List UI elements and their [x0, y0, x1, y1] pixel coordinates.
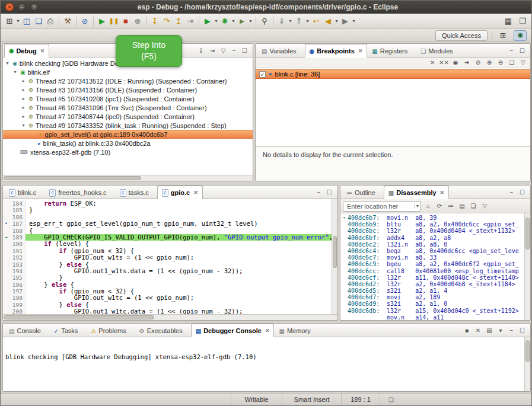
scrollbar-thumb[interactable]	[525, 218, 530, 250]
editor-horizontal-scrollbar[interactable]	[3, 314, 337, 320]
run-icon[interactable]: ▶	[202, 15, 214, 28]
save-all-icon[interactable]: ❏	[33, 15, 44, 28]
console-tab[interactable]: ⚠ Problems	[86, 324, 134, 337]
next-annotation-icon[interactable]: ⇓	[276, 15, 288, 28]
minimize-icon[interactable]: −	[314, 189, 323, 196]
step-into-icon[interactable]: ↧	[149, 15, 161, 28]
view-tab[interactable]: ▦ Registers	[367, 44, 416, 57]
disassembly-row[interactable]: 400dc6c9: bgeu a8, a2, 0x400dc6f2 <gpio_…	[340, 261, 524, 267]
minimize-icon[interactable]: −	[230, 47, 238, 54]
instruction-stepping-icon[interactable]: ⇥	[184, 15, 196, 28]
view-tab[interactable]: ≔ Outline	[342, 186, 384, 199]
back-dropdown-icon[interactable]: ▾	[334, 15, 339, 28]
code-line[interactable]: 184 return ESP_OK;	[3, 200, 332, 207]
previous-annotation-icon[interactable]: ⇑	[293, 15, 305, 28]
tab-close-icon[interactable]: ✕	[193, 190, 198, 196]
editor-tab[interactable]: c freertos_hooks.c	[44, 186, 114, 199]
minimize-icon[interactable]: −	[507, 47, 516, 54]
code-editor[interactable]: 184 return ESP_OK; 185 } 186 • 187 esp_e…	[3, 199, 332, 314]
debug-dropdown-icon[interactable]: ▾	[231, 15, 236, 28]
combo-dropdown-icon[interactable]: ▾	[414, 203, 419, 209]
console-tab[interactable]: ▦ Memory	[274, 324, 318, 337]
open-console-dropdown-icon[interactable]: ▾	[496, 327, 505, 334]
next-annotation-dropdown-icon[interactable]: ▾	[288, 15, 293, 28]
remove-breakpoint-icon[interactable]: ✕	[428, 59, 437, 66]
last-edit-location-icon[interactable]: ↩	[310, 15, 322, 28]
disassembly-row[interactable]: 400dc6bc: l32r a8, 0x400d0404 <_stext+11…	[340, 228, 524, 234]
line-number[interactable]: 195	[9, 274, 26, 281]
window-maximize-button[interactable]: +	[30, 3, 39, 11]
disassembly-listing[interactable]: ➜ 400dc6b7: movi.n a8, 39 400dc6b9: bltu…	[340, 213, 524, 320]
disassembly-row[interactable]: 400dc6db: l32r a15, 0x400d04c0 <_stext+1…	[340, 308, 524, 314]
expand-toggle-icon[interactable]: ▾	[5, 60, 10, 66]
disassembly-row[interactable]: ➜ 400dc6b7: movi.n a8, 39	[340, 215, 524, 221]
minimize-icon[interactable]: −	[507, 189, 516, 196]
open-perspective-icon[interactable]: ⊞	[496, 30, 509, 41]
debug-icon[interactable]: ✺	[219, 15, 231, 28]
window-icon[interactable]: ❐	[517, 15, 528, 28]
line-number[interactable]: 184	[9, 200, 26, 207]
scrollbar-thumb[interactable]	[4, 176, 141, 180]
console-tab[interactable]: ⚙ Executables	[135, 324, 191, 337]
code-line[interactable]: 200 GPIO.out1_w1tc.data = (1 << (gpio_nu…	[3, 308, 332, 314]
tab-close-icon[interactable]: ✕	[440, 190, 445, 196]
line-number[interactable]: 187	[9, 220, 26, 227]
show-source-icon[interactable]: ≔	[446, 203, 455, 209]
debug-tree-row[interactable]: ▸ ⚙ Thread #3 1073413156 (IDLE) (Suspend…	[3, 85, 253, 94]
line-number[interactable]: 189	[9, 234, 26, 241]
expand-toggle-icon[interactable]: ▾	[21, 123, 26, 128]
line-number[interactable]: 200	[9, 308, 26, 314]
expand-all-icon[interactable]: ⊕	[485, 59, 494, 66]
editor-tab[interactable]: c blink.c	[4, 186, 44, 199]
console-tab[interactable]: ✓ Tasks	[49, 324, 87, 337]
disassembly-row[interactable]: 400dc6c7: movi.n a8, 33	[340, 254, 524, 261]
debug-tree-row[interactable]: ▸ ⚙ Thread #6 1073431096 (Tmr Svc) (Susp…	[3, 103, 253, 112]
link-with-debug-view-icon[interactable]: ❏	[507, 59, 517, 66]
code-line[interactable]: 192 GPIO.out_w1ts = (1 << gpio_num);	[3, 254, 332, 261]
expand-toggle-icon[interactable]: ▸	[21, 78, 26, 84]
run-dropdown-icon[interactable]: ▾	[214, 15, 219, 28]
save-icon[interactable]: ◫	[21, 15, 33, 28]
sync-selection-icon[interactable]: ❏	[469, 203, 478, 209]
scrollbar-thumb[interactable]	[333, 236, 337, 268]
view-tab[interactable]: ▤ Variables	[257, 44, 305, 57]
view-tab[interactable]: ❏ Modules	[416, 44, 461, 57]
debug-tree-row[interactable]: ▸ ⚙ Thread #7 1073408744 (ipc0) (Suspend…	[3, 112, 253, 121]
line-number[interactable]: 192	[9, 254, 26, 261]
maximize-icon[interactable]: ☐	[240, 47, 249, 54]
disassembly-row[interactable]: 400dc6d2: l32r a2, 0x400d04b8 <_stext+11…	[340, 281, 524, 287]
forward-dropdown-icon[interactable]: ▾	[351, 15, 356, 28]
tab-close-icon[interactable]: ✕	[358, 48, 363, 54]
debug-tree-row[interactable]: ▸ blink_task() at blink.c:33 0x400dbc2a	[3, 139, 253, 148]
expand-toggle-icon[interactable]: ▾	[12, 69, 18, 75]
skip-all-breakpoints-icon[interactable]: ⊘	[473, 59, 483, 66]
back-icon[interactable]: ◀	[322, 15, 334, 28]
previous-annotation-dropdown-icon[interactable]: ▾	[305, 15, 310, 28]
maximize-icon[interactable]: ☐	[518, 189, 527, 196]
search-icon[interactable]: ⚲	[259, 15, 270, 28]
remove-all-breakpoints-icon[interactable]: ✕✕	[439, 59, 449, 66]
console-tab[interactable]: ▤ Debugger Console ✕	[191, 324, 275, 337]
display-selected-console-icon[interactable]: ▤	[485, 327, 494, 334]
line-number[interactable]: 190	[9, 241, 26, 247]
disassembly-row[interactable]: 400dc6b9: bltu a8, a2, 0x400dc6cc <gpio_…	[340, 221, 524, 228]
step-over-icon[interactable]: ↷	[161, 15, 173, 28]
line-number[interactable]: 186	[9, 214, 26, 220]
line-number[interactable]: 197	[9, 288, 26, 295]
view-menu-icon[interactable]: ▽	[219, 47, 228, 54]
debug-tree-row[interactable]: ▸ ⚙ Thread #2 1073413512 (IDLE : Running…	[3, 76, 253, 85]
build-icon[interactable]: ⚒	[62, 15, 74, 28]
code-line[interactable]: • 187 esp_err_t gpio_set_level(gpio_num_…	[3, 220, 332, 227]
disassembly-row[interactable]: 400dc6d9: s32i a2, a1, 0	[340, 300, 524, 307]
external-tools-dropdown-icon[interactable]: ▾	[248, 15, 253, 28]
maximize-icon[interactable]: ☐	[518, 327, 527, 334]
drop-to-frame-icon[interactable]: ↧	[196, 47, 206, 54]
breakpoint-checkbox[interactable]: ✓	[259, 71, 266, 78]
collapse-all-icon[interactable]: ⊖	[496, 59, 505, 66]
debugger-console-output[interactable]: blink checking [GDB Hardware Debugging] …	[3, 337, 524, 391]
location-combo[interactable]: Enter location her ▾	[343, 201, 421, 212]
line-number[interactable]: 196	[9, 282, 26, 288]
view-menu-icon[interactable]: ▽	[518, 59, 528, 66]
editor-vertical-scrollbar[interactable]	[332, 199, 337, 314]
disassembly-row[interactable]: 400dc6cc: call8 0x40081e00 <esp_log_time…	[340, 268, 524, 274]
